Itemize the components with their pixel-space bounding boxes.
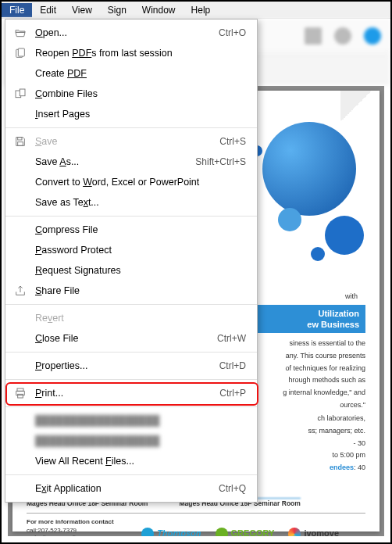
blank-icon <box>13 434 27 448</box>
blank-icon <box>13 175 27 189</box>
menu-item-shortcut: Shift+Ctrl+S <box>195 156 246 167</box>
menu-item-1[interactable]: ██████████████████ <box>5 410 257 431</box>
svg-rect-5 <box>18 142 23 146</box>
menu-item-view-all-recent-files[interactable]: View All Recent Files... <box>5 451 257 471</box>
menubar-view[interactable]: View <box>64 3 100 17</box>
menu-item-label: Properties... <box>35 360 212 371</box>
menu-item-shortcut: Ctrl+S <box>219 136 246 147</box>
menu-item-create-pdf[interactable]: Create PDF <box>5 63 257 84</box>
blank-icon <box>13 359 27 373</box>
blank-icon <box>13 243 27 257</box>
menu-item-shortcut: Ctrl+Q <box>219 483 246 494</box>
svg-rect-7 <box>18 394 23 398</box>
menu-separator <box>5 379 257 380</box>
blank-icon <box>13 66 27 81</box>
menubar-help[interactable]: Help <box>184 3 219 17</box>
menu-item-label: Share File <box>35 285 238 296</box>
menu-item-save: SaveCtrl+S <box>5 131 257 152</box>
blank-icon <box>13 223 27 237</box>
menu-item-label: Save As... <box>35 156 187 167</box>
menubar-window[interactable]: Window <box>134 3 184 17</box>
menu-item-label: Close File <box>35 333 209 344</box>
menu-item-save-as[interactable]: Save As...Shift+Ctrl+S <box>5 152 257 172</box>
menu-item-label: Print... <box>35 388 212 399</box>
home-icon[interactable] <box>305 27 322 45</box>
menu-item-label: Combine Files <box>35 88 238 99</box>
menu-item-label: Exit Application <box>35 483 211 494</box>
menubar: File Edit View Sign Window Help <box>2 2 390 19</box>
blank-icon <box>13 107 27 121</box>
banner: Utilizationew Business <box>241 305 365 334</box>
menu-separator <box>5 127 257 128</box>
menu-item-shortcut: Ctrl+P <box>219 388 246 399</box>
svg-rect-3 <box>20 89 25 96</box>
menu-item-label: Insert Pages <box>35 109 238 120</box>
menu-item-label: View All Recent Files... <box>35 456 238 467</box>
menu-separator <box>5 474 257 475</box>
menu-item-label: Convert to Word, Excel or PowerPoint <box>35 177 238 188</box>
blank-icon <box>13 331 27 345</box>
blank-icon <box>13 263 27 277</box>
menu-separator <box>5 352 257 353</box>
menu-item-convert-to-word-excel-or-powerpoint[interactable]: Convert to Word, Excel or PowerPoint <box>5 172 257 192</box>
print-icon <box>13 386 27 400</box>
blank-icon <box>13 195 27 209</box>
menu-separator <box>5 216 257 217</box>
menu-item-label: ██████████████████ <box>35 415 238 426</box>
page-footer-row: For more information contact call:207-52… <box>27 513 365 536</box>
menu-item-revert: Revert <box>5 308 257 328</box>
menu-item-label: Save <box>35 136 212 147</box>
svg-rect-1 <box>18 48 24 56</box>
logo-thompson: Thompson <box>141 528 201 536</box>
menu-item-label: Reopen PDFs from last session <box>35 48 238 59</box>
menubar-edit[interactable]: Edit <box>32 3 64 17</box>
menu-item-label: Compress File <box>35 224 238 235</box>
folder-open-icon <box>13 26 27 40</box>
logo-ivomove: ivomove <box>288 528 339 536</box>
menu-item-label: Revert <box>35 313 238 324</box>
reopen-icon <box>13 46 27 60</box>
menu-separator <box>5 304 257 305</box>
menu-item-exit-application[interactable]: Exit ApplicationCtrl+Q <box>5 478 257 499</box>
menu-item-reopen-pdfs-from-last-session[interactable]: Reopen PDFs from last session <box>5 43 257 63</box>
bell-icon[interactable] <box>334 27 351 45</box>
save-icon <box>13 134 27 149</box>
svg-rect-6 <box>17 388 23 391</box>
file-dropdown-menu: Open...Ctrl+OReopen PDFs from last sessi… <box>5 19 258 503</box>
blank-icon <box>13 413 27 428</box>
menu-item-shortcut: Ctrl+W <box>217 333 246 344</box>
menu-item-open[interactable]: Open...Ctrl+O <box>5 23 257 43</box>
menu-item-shortcut: Ctrl+D <box>219 360 246 371</box>
account-icon[interactable] <box>364 27 381 45</box>
menu-item-properties[interactable]: Properties...Ctrl+D <box>5 356 257 376</box>
page-hero-graphic <box>239 91 372 270</box>
menubar-file[interactable]: File <box>2 3 32 17</box>
menu-item-insert-pages[interactable]: Insert Pages <box>5 104 257 124</box>
menu-item-label: Create PDF <box>35 68 238 79</box>
combine-icon <box>13 87 27 101</box>
menu-item-close-file[interactable]: Close FileCtrl+W <box>5 328 257 349</box>
menu-item-compress-file[interactable]: Compress File <box>5 220 257 240</box>
menu-item-label: Password Protect <box>35 245 238 256</box>
menu-item-2[interactable]: ██████████████████ <box>5 431 257 451</box>
menu-separator <box>5 406 257 407</box>
blank-icon <box>13 481 27 496</box>
menu-item-shortcut: Ctrl+O <box>219 27 246 38</box>
logo-gregory: GREGORY <box>216 528 275 536</box>
menu-item-save-as-text[interactable]: Save as Text... <box>5 192 257 213</box>
menu-item-password-protect[interactable]: Password Protect <box>5 240 257 260</box>
menu-item-label: Request Signatures <box>35 265 238 276</box>
share-icon <box>13 284 27 298</box>
menu-item-label: Save as Text... <box>35 197 238 208</box>
menu-item-share-file[interactable]: Share File <box>5 281 257 301</box>
blank-icon <box>13 454 27 468</box>
blank-icon <box>13 311 27 325</box>
blank-icon <box>13 155 27 169</box>
menu-item-print[interactable]: Print...Ctrl+P <box>5 383 257 403</box>
svg-rect-4 <box>18 138 22 140</box>
menu-item-label: Open... <box>35 27 211 38</box>
menu-item-label: ██████████████████ <box>35 435 238 446</box>
menu-item-combine-files[interactable]: Combine Files <box>5 84 257 104</box>
menubar-sign[interactable]: Sign <box>100 3 134 17</box>
menu-item-request-signatures[interactable]: Request Signatures <box>5 260 257 281</box>
